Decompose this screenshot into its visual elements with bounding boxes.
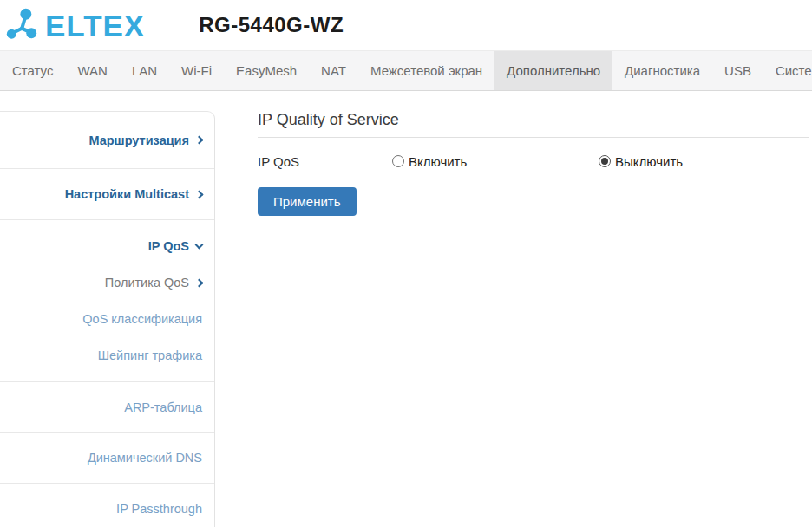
top-navigation: Статус WAN LAN Wi-Fi EasyMesh NAT Межсет…	[0, 50, 812, 91]
sidebar-item-label: Шейпинг трафика	[98, 348, 202, 362]
tab-nat[interactable]: NAT	[309, 51, 358, 90]
page-title: IP Quality of Service	[258, 111, 809, 138]
tab-lan[interactable]: LAN	[120, 51, 169, 90]
ip-qos-label: IP QoS	[258, 154, 392, 169]
eltex-molecule-icon	[5, 6, 43, 46]
tab-wifi[interactable]: Wi-Fi	[169, 51, 224, 90]
device-model-title: RG-5440G-WZ	[199, 13, 344, 37]
main-content: IP Quality of Service IP QoS Включить Вы…	[215, 91, 812, 527]
sidebar-group-ip-qos: IP QoS Политика QoS QoS классификация Ше…	[0, 220, 214, 382]
sidebar-item-label: IP QoS	[148, 239, 189, 253]
sidebar-item-label: Динамический DNS	[88, 451, 202, 465]
chevron-right-icon	[195, 190, 204, 198]
sidebar-item-qos-policy[interactable]: Политика QoS	[0, 264, 214, 301]
sidebar-item-traffic-shaping[interactable]: Шейпинг трафика	[0, 337, 214, 374]
brand-wordmark: ELTEX	[45, 10, 145, 41]
tab-system[interactable]: Система	[763, 51, 812, 90]
sidebar-item-label: ARP-таблица	[124, 400, 202, 414]
tab-status[interactable]: Статус	[0, 51, 65, 90]
sidebar-item-label: IP Passthrough	[116, 502, 202, 516]
tab-wan[interactable]: WAN	[65, 51, 119, 90]
eltex-logo: ELTEX	[5, 4, 145, 46]
sidebar-item-ip-qos[interactable]: IP QoS	[0, 228, 214, 264]
tab-easymesh[interactable]: EasyMesh	[224, 51, 309, 90]
sidebar-item-multicast[interactable]: Настройки Multicast	[0, 169, 214, 220]
chevron-down-icon	[195, 240, 204, 249]
apply-button[interactable]: Применить	[258, 187, 357, 216]
content-layout: Маршрутизация Настройки Multicast IP QoS…	[0, 91, 812, 527]
sidebar-item-label: Настройки Multicast	[65, 187, 189, 201]
sidebar-item-ip-passthrough[interactable]: IP Passthrough	[0, 484, 214, 527]
radio-option-disable[interactable]: Выключить	[599, 154, 683, 169]
tab-firewall[interactable]: Межсетевой экран	[358, 51, 494, 90]
sidebar: Маршрутизация Настройки Multicast IP QoS…	[0, 111, 215, 527]
sidebar-item-routing[interactable]: Маршрутизация	[0, 112, 214, 169]
chevron-right-icon	[195, 136, 204, 145]
ip-qos-setting-row: IP QoS Включить Выключить	[258, 149, 812, 173]
sidebar-item-label: Политика QoS	[105, 276, 189, 290]
radio-option-enable[interactable]: Включить	[392, 154, 599, 169]
tab-diagnostics[interactable]: Диагностика	[612, 51, 712, 90]
sidebar-item-label: Маршрутизация	[88, 133, 189, 147]
sidebar-item-label: QoS классификация	[82, 312, 202, 326]
sidebar-item-dynamic-dns[interactable]: Динамический DNS	[0, 433, 214, 484]
radio-checked-icon[interactable]	[599, 155, 611, 167]
sidebar-item-qos-classification[interactable]: QoS классификация	[0, 301, 214, 337]
chevron-right-icon	[195, 278, 204, 287]
app-header: ELTEX RG-5440G-WZ	[0, 0, 812, 50]
radio-option-label: Включить	[409, 154, 467, 169]
tab-advanced[interactable]: Дополнительно	[494, 51, 612, 90]
sidebar-item-arp-table[interactable]: ARP-таблица	[0, 382, 214, 433]
tab-usb[interactable]: USB	[712, 51, 763, 90]
radio-option-label: Выключить	[615, 154, 683, 169]
radio-unchecked-icon[interactable]	[392, 155, 404, 167]
